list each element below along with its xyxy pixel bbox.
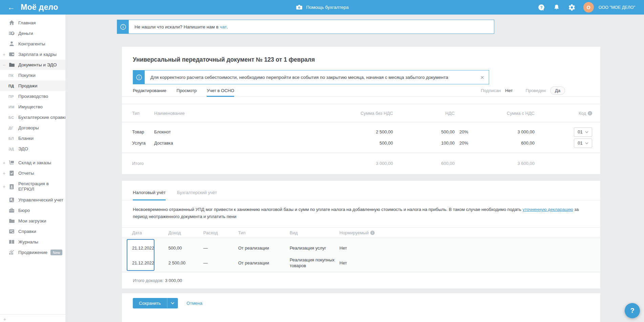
help-center-label: Помощь бухгалтера: [306, 5, 349, 10]
income-total: Итого доходов:3 000,00: [133, 278, 589, 283]
chevron-down-icon: [585, 131, 588, 133]
tab-buhgalterskiy-uchet[interactable]: Бухгалтерский учёт: [177, 185, 217, 200]
sidebar-item-dogovory[interactable]: ДГ Договоры: [0, 123, 65, 133]
sidebar-item-edo[interactable]: ЭД ЭДО: [0, 144, 65, 154]
person-icon: [8, 41, 15, 47]
chevron-down-icon: [171, 302, 174, 304]
account-name[interactable]: ООО "МОЕ ДЕЛО": [599, 5, 635, 10]
sidebar-item-zarplata[interactable]: + Зарплата и кадры: [0, 49, 65, 60]
management-accounting-icon: ₽: [8, 197, 15, 203]
promotion-chart-icon: [8, 249, 15, 256]
svg-text:₽: ₽: [12, 32, 14, 35]
settings-gear-icon[interactable]: [568, 4, 576, 11]
accounting-card: Налоговый учёт Бухгалтерский учёт Несвое…: [122, 181, 600, 288]
book-icon: [8, 239, 15, 245]
money-icon: ₽: [8, 30, 15, 37]
sidebar-item-prodazhi[interactable]: ПД Продажи: [0, 81, 65, 91]
items-table-total: Итого 3 000,00 600,00 3 600,00: [122, 153, 600, 173]
page-title: Универсальный передаточный документ № 12…: [133, 56, 589, 63]
sidebar-item-zhurnaly[interactable]: Журналы: [0, 237, 65, 247]
tab-prosmotr[interactable]: Просмотр: [176, 84, 196, 96]
expand-icon[interactable]: +: [3, 52, 8, 57]
topbar-actions: ? O ООО "МОЕ ДЕЛО": [538, 2, 644, 13]
chevron-down-icon: [585, 142, 588, 144]
info-icon[interactable]: [370, 231, 375, 235]
sidebar-item-blanki[interactable]: БЛ Бланки: [0, 133, 65, 144]
sidebar-item-pokupki[interactable]: ПК Покупки: [0, 70, 65, 81]
topbar: ← Моё дело Помощь бухгалтера ? O ООО "МО…: [0, 0, 644, 15]
new-badge: New: [50, 250, 62, 255]
wallet-icon: [8, 51, 15, 58]
back-arrow-icon[interactable]: ←: [7, 4, 15, 11]
table-row: Услуга Доставка 500,00 100,00 20% 600,00…: [122, 137, 600, 149]
posted-label: Проведен: [525, 88, 546, 93]
code-select[interactable]: 01: [574, 138, 592, 148]
sidebar-item-imushchestvo[interactable]: ИМ Имущество: [0, 102, 65, 112]
document-person-icon: [8, 184, 15, 190]
collapse-icon[interactable]: −: [3, 62, 8, 68]
sidebar-item-kontragenty[interactable]: Контрагенты: [0, 39, 65, 49]
card-lines-icon: [8, 228, 15, 235]
svg-text:₽: ₽: [10, 198, 12, 201]
sidebar-item-dengi[interactable]: ₽ Деньги: [0, 28, 65, 39]
sidebar: Главная ₽ Деньги Контрагенты + Зарплата …: [0, 15, 65, 322]
sidebar-collapsed-item[interactable]: +: [0, 314, 65, 322]
declaration-link[interactable]: уточненную декларацию: [522, 207, 573, 212]
help-fab[interactable]: ?: [625, 303, 640, 318]
table-row: Товар Блокнот 2 500,00 500,00 20% 3 000,…: [122, 126, 600, 137]
avatar[interactable]: O: [583, 2, 594, 13]
save-button[interactable]: Сохранить: [133, 298, 178, 308]
chat-banner-text: Не нашли что искали? Напишите нам вчат.: [134, 20, 228, 34]
chat-banner: Не нашли что искали? Напишите нам вчат.: [117, 20, 494, 34]
sidebar-item-spravki[interactable]: Справки: [0, 226, 65, 237]
sidebar-item-otchety[interactable]: + Отчеты: [0, 168, 65, 178]
signed-value: Нет: [505, 88, 513, 93]
tab-uchet-v-osno[interactable]: Учет в ОСНО: [207, 84, 234, 96]
sidebar-item-dokumenty-edo[interactable]: − Документы и ЭДО: [0, 60, 65, 70]
main-content: Не нашли что искали? Напишите нам вчат. …: [65, 15, 644, 322]
sidebar-item-registraciya-egrul[interactable]: + Регистрация в ЕГРЮЛ: [0, 178, 65, 195]
app-logo[interactable]: Моё дело: [21, 3, 58, 12]
document-status: Подписан Нет Проведен Да: [481, 86, 565, 95]
tax-note: Несвоевременно отраженный УПД мог привес…: [133, 206, 589, 220]
expand-icon[interactable]: +: [3, 171, 8, 176]
sidebar-item-moi-zagruzki[interactable]: Мои загрузки: [0, 216, 65, 226]
document-tabs: Редактирование Просмотр Учет в ОСНО Подп…: [122, 84, 600, 97]
chat-link[interactable]: чат: [220, 24, 227, 29]
warning-banner: Для корректного расчета себестоимости, н…: [133, 70, 489, 84]
accountant-help-icon: [295, 4, 303, 11]
sidebar-item-prodvizhenie[interactable]: Продвижение New: [0, 247, 65, 258]
info-icon: [117, 20, 129, 34]
sidebar-item-byuro[interactable]: Бюро: [0, 205, 65, 216]
cart-icon: [8, 159, 15, 166]
code-select[interactable]: 01: [574, 127, 592, 137]
sidebar-item-upravlencheskiy-uchet[interactable]: ₽ Управленческий учет: [0, 195, 65, 205]
expand-icon[interactable]: +: [3, 160, 8, 166]
actions-card: Сохранить Отмена: [122, 293, 600, 322]
tab-redaktirovanie[interactable]: Редактирование: [133, 84, 166, 96]
info-icon: [133, 70, 145, 84]
posted-badge[interactable]: Да: [550, 86, 565, 95]
svg-text:?: ?: [540, 5, 542, 9]
save-dropdown[interactable]: [167, 298, 178, 308]
downloads-folder-icon: [8, 218, 15, 224]
folder-icon: [8, 62, 15, 68]
tax-table-header: Дата Доход Расход Тип Вид Нормируемый: [122, 227, 600, 238]
sidebar-item-glavnaya[interactable]: Главная: [0, 18, 65, 28]
sidebar-item-buh-spravki[interactable]: БС Бухгалтерские справки: [0, 112, 65, 123]
info-icon[interactable]: [588, 111, 592, 115]
briefcase-icon: [8, 207, 15, 214]
sidebar-item-proizvodstvo[interactable]: ПР Производство: [0, 91, 65, 102]
tab-nalogovyy-uchet[interactable]: Налоговый учёт: [133, 185, 166, 200]
notifications-bell-icon[interactable]: [553, 4, 560, 11]
sidebar-item-sklad[interactable]: + Склад и заказы: [0, 157, 65, 168]
table-row: 21.12.2022 2 500,00 — От реализации Реал…: [122, 255, 600, 271]
warning-text: Для корректного расчета себестоимости, н…: [150, 70, 463, 84]
close-icon[interactable]: ×: [480, 74, 484, 81]
tax-table: Дата Доход Расход Тип Вид Нормируемый 21…: [122, 227, 600, 283]
help-icon[interactable]: ?: [538, 4, 545, 11]
cancel-link[interactable]: Отмена: [187, 301, 203, 306]
expand-icon[interactable]: +: [3, 184, 8, 189]
help-center-button[interactable]: Помощь бухгалтера: [295, 4, 349, 11]
items-table-header: Тип Наименование Сумма без НДС НДС Сумма…: [122, 104, 600, 122]
